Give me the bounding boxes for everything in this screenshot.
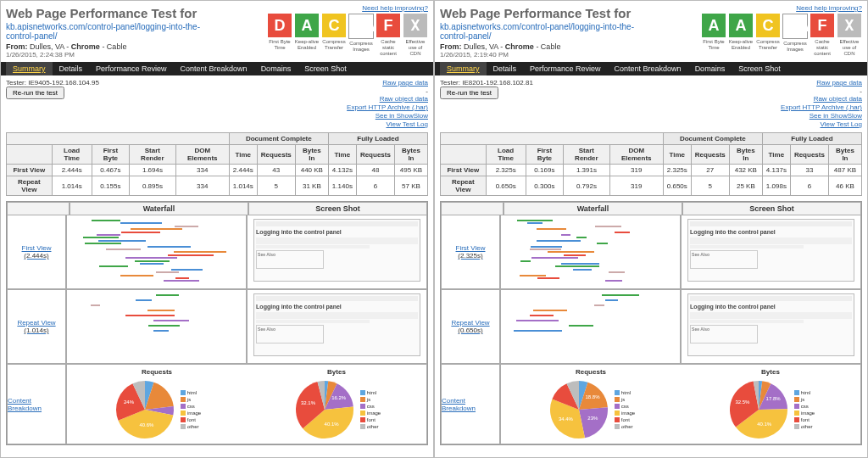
waterfall-bar <box>153 330 170 332</box>
waterfall-bar <box>164 280 198 282</box>
test-date: 1/26/2015, 2:24:38 PM <box>6 51 226 59</box>
nav-details[interactable]: Details <box>487 62 524 75</box>
waterfall-bar <box>156 294 178 296</box>
waterfall-bar <box>156 271 179 273</box>
chart-bytes: Bytes 16.2%40.1%32.1%htmljscssimagefonto… <box>247 365 426 444</box>
waterfall-bar <box>569 325 593 327</box>
waterfall-bar <box>602 294 639 296</box>
waterfall-bar <box>135 260 170 262</box>
waterfall-bar <box>605 280 622 282</box>
waterfall-bar <box>594 304 604 306</box>
nav-summary[interactable]: Summary <box>6 62 53 75</box>
waterfall-section: WaterfallScreen Shot First View(2.325s) … <box>440 201 862 445</box>
chart-legend: htmljscssimagefontother <box>360 389 381 430</box>
tested-url[interactable]: kb.apisnetworks.com/control-panel/loggin… <box>6 22 200 41</box>
waterfall-chart[interactable] <box>70 293 243 360</box>
svg-text:23%: 23% <box>587 416 598 421</box>
waterfall-bar <box>85 243 121 244</box>
nav-domains[interactable]: Domains <box>254 62 298 75</box>
metrics-row: First View2.325s0.169s1.391s3192.325s274… <box>441 165 862 176</box>
grade-compress-images: N/A Compress Images <box>348 14 374 57</box>
waterfall-chart[interactable] <box>70 218 243 286</box>
link-raw-object-data[interactable]: Raw object data <box>347 95 428 103</box>
svg-text:16.2%: 16.2% <box>331 395 347 400</box>
nav-details[interactable]: Details <box>53 62 90 75</box>
screenshot-thumb[interactable]: Logging into the control panel See Also <box>253 293 420 356</box>
svg-text:17.8%: 17.8% <box>765 396 781 401</box>
content-breakdown-label[interactable]: Content Breakdown <box>7 364 66 444</box>
grade-cache-static-content: F Cache static content <box>810 14 835 57</box>
tester-label: Tester: IE9405-192.168.104.95 <box>6 79 99 87</box>
svg-text:40.6%: 40.6% <box>139 422 154 427</box>
svg-text:24%: 24% <box>124 399 135 405</box>
waterfall-bar <box>147 246 191 248</box>
nav-performance-review[interactable]: Performance Review <box>523 62 608 75</box>
link-raw-page-data[interactable]: Raw page data <box>347 79 428 87</box>
waterfall-bar <box>92 220 120 221</box>
waterfall-bar <box>530 249 561 250</box>
view-label[interactable]: First View(2.325s) <box>441 215 500 289</box>
help-link[interactable]: Need help improving? <box>362 4 428 12</box>
first-view-row: First View(2.444s) Logging into the cont… <box>7 215 427 289</box>
waterfall-bar <box>175 226 199 227</box>
nav-performance-review[interactable]: Performance Review <box>89 62 174 75</box>
waterfall-bar <box>97 234 120 236</box>
link-view-test-log[interactable]: View Test Log <box>781 120 862 129</box>
waterfall-bar <box>174 251 225 253</box>
first-view-row: First View(2.325s) Logging into the cont… <box>441 215 861 289</box>
rerun-button[interactable]: Re-run the test <box>440 87 498 99</box>
waterfall-bar <box>99 265 127 267</box>
waterfall-bar <box>576 237 587 238</box>
rerun-button[interactable]: Re-run the test <box>6 87 64 99</box>
view-label[interactable]: Repeat View(0.650s) <box>441 289 500 364</box>
waterfall-bar <box>168 254 214 256</box>
metrics-row: Repeat View1.014s0.155s0.895s3341.014s53… <box>7 176 428 196</box>
screenshot-thumb[interactable]: Logging into the control panel See Also <box>687 219 854 282</box>
content-breakdown-label[interactable]: Content Breakdown <box>441 364 500 444</box>
link-see-in-showslow[interactable]: See in ShowSlow <box>781 112 862 120</box>
grade-first-byte-time: D First Byte Time <box>267 14 292 57</box>
test-panel-0: Web Page Performance Test for kb.apisnet… <box>0 0 434 458</box>
nav-domains[interactable]: Domains <box>688 62 732 75</box>
waterfall-chart[interactable] <box>504 293 677 360</box>
nav-content-breakdown[interactable]: Content Breakdown <box>608 62 688 75</box>
help-link[interactable]: Need help improving? <box>796 4 862 12</box>
nav-screen-shot[interactable]: Screen Shot <box>298 62 353 75</box>
link-raw-page-data[interactable]: Raw page data <box>781 79 862 87</box>
chart-bytes: Bytes 17.8%40.1%32.5%htmljscssimagefonto… <box>681 365 860 444</box>
svg-text:32.5%: 32.5% <box>735 399 750 405</box>
screenshot-thumb[interactable]: Logging into the control panel See Also <box>687 293 854 356</box>
link-export-http-archive-har-[interactable]: Export HTTP Archive (.har) <box>347 103 428 112</box>
link-see-in-showslow[interactable]: See in ShowSlow <box>347 112 428 120</box>
nav-content-breakdown[interactable]: Content Breakdown <box>174 62 254 75</box>
waterfall-bar <box>517 220 553 221</box>
page-title: Web Page Performance Test for <box>440 6 660 20</box>
waterfall-bar <box>125 315 175 316</box>
waterfall-bar <box>597 243 608 244</box>
waterfall-chart[interactable] <box>504 218 677 286</box>
chart-requests: Requests 18.8%23%34.4%htmljscssimagefont… <box>501 365 681 444</box>
waterfall-bar <box>595 226 620 227</box>
view-label[interactable]: Repeat View(1.014s) <box>7 289 66 364</box>
tested-url[interactable]: kb.apisnetworks.com/control-panel/loggin… <box>440 22 634 41</box>
waterfall-bar <box>514 330 562 332</box>
nav-screen-shot[interactable]: Screen Shot <box>732 62 787 75</box>
chart-legend: htmljscssimagefontother <box>181 389 201 430</box>
nav-summary[interactable]: Summary <box>440 62 487 75</box>
waterfall-bar <box>125 257 177 259</box>
view-label[interactable]: First View(2.444s) <box>7 215 66 289</box>
grade-strip: A First Byte Time A Keep-alive Enabled C… <box>701 14 862 57</box>
waterfall-bar <box>120 275 154 276</box>
grade-box: C <box>322 14 346 37</box>
screenshot-thumb[interactable]: Logging into the control panel See Also <box>253 219 420 282</box>
waterfall-bar <box>609 271 625 273</box>
link-raw-object-data[interactable]: Raw object data <box>781 95 862 103</box>
pie-chart: 18.8%23%34.4% <box>547 377 611 442</box>
grade-box: F <box>376 14 400 37</box>
link-export-http-archive-har-[interactable]: Export HTTP Archive (.har) <box>781 103 862 112</box>
grade-keep-alive-enabled: A Keep-alive Enabled <box>728 14 754 57</box>
grade-box: N/A <box>348 14 374 39</box>
svg-text:40.1%: 40.1% <box>324 422 339 427</box>
link-view-test-log[interactable]: View Test Log <box>347 120 428 129</box>
test-panel-1: Web Page Performance Test for kb.apisnet… <box>434 0 868 458</box>
